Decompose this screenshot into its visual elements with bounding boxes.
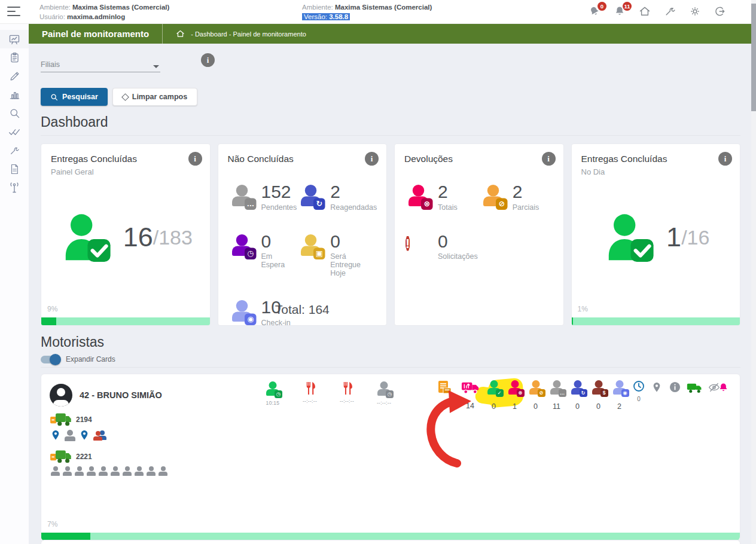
person-stop-icon[interactable] — [135, 466, 144, 476]
info-icon[interactable]: i — [201, 53, 215, 67]
menu-icon[interactable] — [7, 6, 22, 17]
info-icon[interactable]: i — [365, 152, 379, 166]
driver-name: 42 - BRUNO SIMIÃO — [80, 390, 162, 400]
stat-clock[interactable]: 0 — [630, 380, 648, 402]
stat-reagendadas: ↻ 2Reagendadas — [297, 182, 377, 212]
home-icon[interactable] — [639, 5, 652, 19]
driver-stats: 5 14 ✓ 0 ⊗ 1 ⊘ 0 … 11 ↻ — [431, 380, 731, 411]
gear-icon[interactable] — [689, 5, 702, 19]
scrollbar-thumb[interactable] — [751, 4, 756, 111]
stat-notifications-hidden[interactable] — [705, 380, 731, 396]
stat-invoices[interactable]: 5 — [431, 380, 457, 411]
person-stop-icon[interactable] — [51, 466, 60, 476]
progress-bar — [572, 317, 740, 325]
stat-pending[interactable]: … 11 — [546, 380, 567, 411]
person-pending-icon: … — [549, 380, 565, 396]
info-icon[interactable]: i — [718, 152, 732, 166]
sidebar-item-monitor-panel[interactable] — [0, 30, 29, 48]
truck-row[interactable]: 2194 — [50, 411, 92, 427]
wrench-icon — [9, 145, 20, 156]
pencil-icon — [9, 71, 20, 82]
sidebar-item-tools[interactable] — [0, 141, 29, 160]
filiais-select[interactable]: Filiais — [41, 57, 160, 72]
card-nao-concluidas: Não Concluídas i … 152Pendentes ↻ 2Reage… — [218, 143, 388, 326]
card-subtitle: No Dia — [581, 167, 731, 176]
person-stop-icon[interactable] — [63, 466, 72, 476]
wrench-icon[interactable] — [664, 5, 677, 19]
stat-rescheduled[interactable]: ↻ 0 — [567, 380, 588, 411]
card-entregas-concluidas-dia: Entregas Concluídas No Dia i 1 /16 1% — [571, 143, 741, 326]
stat-em-espera: ◷ 0Em Espera — [228, 232, 297, 278]
stat-truck-view[interactable] — [684, 380, 705, 396]
motoristas-heading: Motoristas — [41, 334, 740, 350]
person-stop-icon[interactable] — [99, 466, 108, 476]
notifications-bell-icon[interactable]: 0 — [589, 5, 602, 19]
sidebar-item-clipboard[interactable] — [0, 48, 29, 67]
time-end: ◷ --:--:-- — [367, 381, 401, 406]
sidebar-item-search[interactable] — [0, 104, 29, 123]
limpar-campos-button[interactable]: Limpar campos — [112, 88, 197, 106]
dashboard-heading: Dashboard — [41, 114, 740, 130]
environment-info-center: Ambiente: Maxima Sistemas (Comercial) Ve… — [302, 2, 432, 22]
stat-concluded[interactable]: ✓ 0 — [483, 380, 504, 411]
person-stop-icon[interactable] — [158, 466, 167, 476]
stat-sera-entregue: ▣ 0Será Entregue Hoje — [297, 232, 377, 278]
pin-icon[interactable] — [80, 429, 89, 441]
pin-icon[interactable] — [51, 429, 60, 441]
stat-deliveries-truck[interactable]: 14 — [457, 380, 483, 410]
notifications-badge: 0 — [598, 2, 606, 11]
info-icon[interactable]: i — [188, 152, 202, 166]
pesquisar-button[interactable]: Pesquisar — [41, 88, 108, 106]
search-icon — [9, 108, 20, 119]
person-stop-icon[interactable] — [87, 466, 96, 476]
person-stop-icon[interactable] — [65, 430, 75, 441]
sidebar-item-tasks[interactable] — [0, 123, 29, 141]
person-block-icon: ⊘ — [528, 380, 544, 396]
completed-value: 1 — [666, 222, 681, 253]
expandir-cards-toggle[interactable] — [41, 356, 60, 363]
logout-icon[interactable] — [714, 5, 727, 19]
sidebar-item-broadcast[interactable] — [0, 178, 29, 197]
stat-info[interactable] — [666, 380, 684, 395]
stat-location[interactable] — [648, 380, 666, 396]
breadcrumb-home-icon[interactable] — [176, 29, 185, 38]
stat-checkin[interactable]: ◉ 2 — [609, 380, 630, 411]
person-stop-icon[interactable] — [111, 466, 120, 476]
truck-number: 2221 — [76, 453, 92, 461]
person-stop-icon[interactable] — [147, 466, 156, 476]
stat-cancelled[interactable]: ⊗ 1 — [504, 380, 525, 411]
toggle-label: Expandir Cards — [66, 355, 115, 363]
card-title: Entregas Concluídas — [581, 154, 731, 164]
driver-progress-percent: 7% — [47, 520, 57, 528]
person-check-icon: ✓ — [486, 380, 502, 396]
sidebar-item-edit[interactable] — [0, 67, 29, 85]
stat-pendentes: … 152Pendentes — [228, 182, 297, 212]
restaurant-icon — [304, 381, 316, 395]
sidebar-item-document[interactable] — [0, 160, 29, 178]
progress-percent: 1% — [578, 305, 588, 313]
driver-avatar[interactable] — [50, 384, 72, 407]
progress-percent: 9% — [47, 305, 57, 313]
stat-money[interactable]: $ 0 — [588, 380, 609, 411]
sidebar-item-reports[interactable] — [0, 85, 29, 104]
person-checkin-icon: ◉ — [612, 380, 627, 396]
person-stop-icon[interactable] — [75, 466, 84, 476]
truck-row[interactable]: 2221 — [50, 448, 92, 464]
scrollbar-track[interactable] — [751, 0, 756, 544]
stat-blocked[interactable]: ⊘ 0 — [525, 380, 546, 411]
person-rescheduled-icon: ↻ — [299, 185, 322, 208]
versao-highlight: Versão: 3.58.8 — [302, 13, 350, 20]
person-clock-green-icon: ◷ — [265, 381, 281, 397]
person-duo-icon[interactable] — [93, 430, 106, 441]
ambiente-value: Maxima Sistemas (Comercial) — [335, 4, 432, 11]
truck-stops-row — [51, 466, 167, 476]
ambiente-value: Maxima Sistemas (Comercial) — [72, 4, 169, 11]
person-partial-return-icon: ⊘ — [481, 185, 505, 208]
page-title: Painel de monitoramento — [29, 29, 162, 39]
alerts-bell-icon[interactable]: 11 — [614, 5, 627, 19]
invoice-icon — [436, 380, 452, 396]
info-icon[interactable]: i — [542, 152, 556, 166]
person-stop-icon[interactable] — [123, 466, 132, 476]
ambiente-label: Ambiente: — [39, 4, 71, 11]
clock-icon — [633, 380, 645, 392]
